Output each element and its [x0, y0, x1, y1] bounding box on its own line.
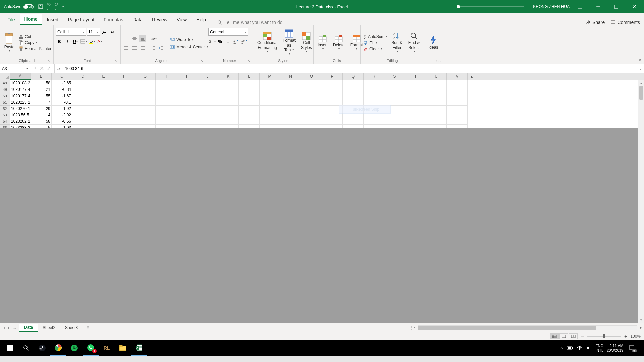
cell[interactable]: [218, 86, 239, 93]
wifi-icon[interactable]: [577, 346, 583, 350]
taskbar-app-steam[interactable]: [34, 340, 50, 356]
search-button[interactable]: [18, 340, 34, 356]
collapse-ribbon-icon[interactable]: ᐱ: [639, 58, 641, 63]
tab-pagelayout[interactable]: Page Layout: [63, 14, 99, 25]
sheet-tab-data[interactable]: Data: [19, 324, 38, 332]
col-header-b[interactable]: B: [31, 73, 52, 80]
cell[interactable]: [93, 106, 114, 112]
cell[interactable]: -0.1: [52, 99, 72, 106]
cell[interactable]: [447, 106, 468, 112]
wrap-text-button[interactable]: abWrap Text: [169, 37, 209, 42]
cell[interactable]: [260, 106, 280, 112]
cell[interactable]: [114, 80, 135, 86]
enter-icon[interactable]: ✓: [47, 65, 51, 72]
cell[interactable]: [156, 93, 176, 99]
autosum-button[interactable]: ∑AutoSum▾: [363, 34, 388, 40]
cell[interactable]: [176, 106, 197, 112]
cell[interactable]: [280, 125, 301, 128]
cell[interactable]: 58: [31, 118, 52, 125]
format-painter-button[interactable]: Format Painter: [18, 46, 52, 51]
borders-button[interactable]: ▾: [80, 38, 87, 45]
cell[interactable]: [405, 125, 426, 128]
cell[interactable]: [301, 112, 322, 118]
cell[interactable]: [384, 80, 405, 86]
col-header[interactable]: F: [114, 73, 135, 80]
cell[interactable]: [280, 86, 301, 93]
cell[interactable]: [239, 125, 260, 128]
save-icon[interactable]: [38, 4, 43, 9]
cell[interactable]: [176, 86, 197, 93]
col-header[interactable]: U: [426, 73, 447, 80]
cell[interactable]: [405, 93, 426, 99]
cell[interactable]: 1023283 2: [10, 125, 31, 128]
sheet-nav-prev-icon[interactable]: ◂: [3, 325, 5, 330]
cell[interactable]: [197, 80, 218, 86]
cell[interactable]: [156, 106, 176, 112]
row-header[interactable]: 49: [0, 86, 10, 93]
cell[interactable]: [301, 106, 322, 112]
expand-formula-bar-icon[interactable]: ⌄: [636, 64, 644, 73]
align-right-icon[interactable]: [139, 44, 146, 52]
col-header[interactable]: K: [218, 73, 239, 80]
cell[interactable]: [301, 86, 322, 93]
cell[interactable]: [343, 125, 364, 128]
orientation-icon[interactable]: ab▾: [150, 35, 157, 42]
cell[interactable]: [93, 80, 114, 86]
cell[interactable]: [156, 99, 176, 106]
cell[interactable]: [260, 125, 280, 128]
cell[interactable]: [322, 125, 343, 128]
sheet-tab-sheet3[interactable]: Sheet3: [60, 324, 83, 331]
cell[interactable]: [405, 106, 426, 112]
cell[interactable]: [260, 80, 280, 86]
cell[interactable]: [135, 86, 156, 93]
cell[interactable]: [426, 80, 447, 86]
cell[interactable]: [405, 86, 426, 93]
hscroll-right-icon[interactable]: ▸: [638, 326, 644, 329]
percent-format-icon[interactable]: %: [216, 38, 224, 45]
hscroll-left-icon[interactable]: ◂: [411, 326, 417, 329]
cell[interactable]: [426, 118, 447, 125]
cell[interactable]: [322, 93, 343, 99]
cell[interactable]: [384, 93, 405, 99]
zoom-in-button[interactable]: +: [624, 334, 627, 339]
launcher-icon[interactable]: ⤡: [201, 59, 203, 63]
cell[interactable]: [280, 118, 301, 125]
col-header[interactable]: G: [135, 73, 156, 80]
format-as-table-button[interactable]: Format asTable▾: [281, 27, 298, 58]
taskbar-app-excel[interactable]: X: [131, 340, 147, 356]
qat-customize-icon[interactable]: ▾: [62, 5, 64, 8]
merge-center-button[interactable]: Merge & Center▾: [169, 44, 209, 50]
cell[interactable]: -1.67: [52, 93, 72, 99]
sheet-nav-more[interactable]: ...: [13, 325, 16, 330]
increase-decimal-icon[interactable]: .0.00: [232, 38, 240, 45]
tab-view[interactable]: View: [172, 14, 192, 25]
cell[interactable]: [114, 106, 135, 112]
cell[interactable]: [447, 80, 468, 86]
battery-icon[interactable]: [567, 346, 573, 350]
display-slider[interactable]: [457, 6, 524, 7]
conditional-formatting-button[interactable]: ConditionalFormatting▾: [255, 27, 279, 58]
fb-options-icon[interactable]: ⋮: [34, 67, 37, 70]
cell[interactable]: [197, 106, 218, 112]
col-header[interactable]: R: [364, 73, 384, 80]
sheet-tab-sheet2[interactable]: Sheet2: [38, 324, 60, 331]
launcher-icon[interactable]: ⤡: [115, 59, 118, 63]
cell[interactable]: [260, 99, 280, 106]
cell[interactable]: [135, 93, 156, 99]
notifications-button[interactable]: 45: [627, 343, 637, 353]
cell[interactable]: [280, 112, 301, 118]
formula-input[interactable]: 1000 34 6: [63, 66, 636, 71]
cell[interactable]: [72, 86, 93, 93]
cell[interactable]: [239, 112, 260, 118]
cell[interactable]: 1023202 2: [10, 118, 31, 125]
col-header[interactable]: O: [301, 73, 322, 80]
cell[interactable]: [72, 125, 93, 128]
cell[interactable]: [405, 99, 426, 106]
cell[interactable]: [176, 118, 197, 125]
cell[interactable]: [260, 93, 280, 99]
cell[interactable]: 7: [31, 99, 52, 106]
cell[interactable]: -2.65: [52, 80, 72, 86]
cell[interactable]: [135, 106, 156, 112]
taskbar-app-chrome[interactable]: [50, 340, 66, 356]
taskbar-app-explorer[interactable]: [115, 340, 131, 356]
